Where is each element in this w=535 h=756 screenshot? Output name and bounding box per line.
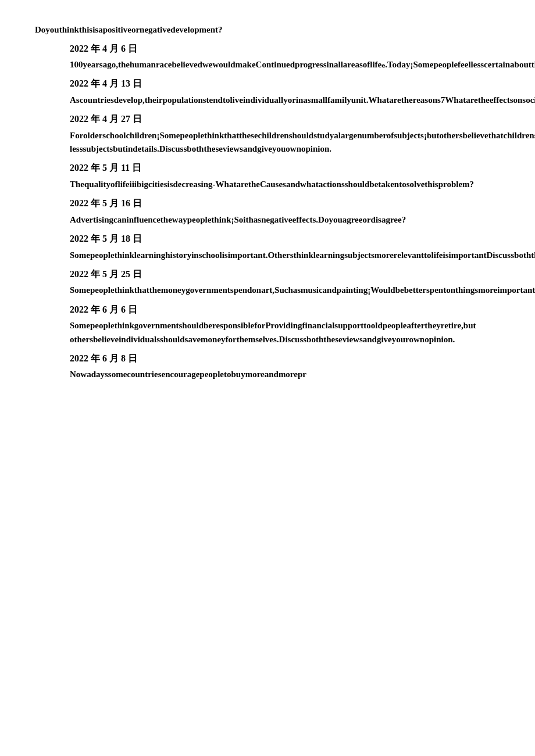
entry-5: 2022 年 5 月 18 日Somepeoplethinklearninghi… bbox=[35, 231, 500, 262]
entry-2: 2022 年 4 月 27 日Forolderschoolchildren¡So… bbox=[35, 112, 500, 156]
entry-content-4: Advertisingcaninfluencethewaypeoplethink… bbox=[70, 213, 500, 227]
entry-date-8: 2022 年 6 月 8 日 bbox=[70, 351, 500, 366]
entry-content-6: Somepeoplethinkthatthemoneygovernmentspe… bbox=[70, 284, 500, 297]
header-question: Doyouthinkthisisapositiveornegativedevel… bbox=[35, 23, 500, 37]
entry-3: 2022 年 5 月 11 日Thequalityoflifeiiibigcit… bbox=[35, 160, 500, 191]
entry-content-7: Somepeoplethinkgovernmentshouldberespons… bbox=[70, 319, 500, 346]
entries-list: 2022 年 4 月 6 日100yearsago,thehumanracebe… bbox=[35, 41, 500, 382]
entry-date-5: 2022 年 5 月 18 日 bbox=[70, 231, 500, 246]
entry-date-7: 2022 年 6 月 6 日 bbox=[70, 302, 500, 317]
entry-date-6: 2022 年 5 月 25 日 bbox=[70, 267, 500, 282]
entry-content-3: Thequalityoflifeiiibigcitiesisdecreasing… bbox=[70, 178, 500, 191]
entry-6: 2022 年 5 月 25 日Somepeoplethinkthatthemon… bbox=[35, 267, 500, 298]
entry-content-8: Nowadayssomecountriesencouragepeopletobu… bbox=[70, 368, 500, 381]
entry-date-1: 2022 年 4 月 13 日 bbox=[70, 76, 500, 91]
entry-0: 2022 年 4 月 6 日100yearsago,thehumanracebe… bbox=[35, 41, 500, 72]
entry-date-2: 2022 年 4 月 27 日 bbox=[70, 112, 500, 127]
entry-content-0: 100yearsago,thehumanracebelievedwewouldm… bbox=[70, 58, 500, 71]
entry-4: 2022 年 5 月 16 日Advertisingcaninfluenceth… bbox=[35, 196, 500, 227]
entry-7: 2022 年 6 月 6 日Somepeoplethinkgovernments… bbox=[35, 302, 500, 346]
entry-date-3: 2022 年 5 月 11 日 bbox=[70, 160, 500, 175]
entry-content-2: Forolderschoolchildren¡Somepeoplethinkth… bbox=[70, 129, 500, 156]
page-container: Doyouthinkthisisapositiveornegativedevel… bbox=[35, 23, 500, 382]
entry-8: 2022 年 6 月 8 日Nowadayssomecountriesencou… bbox=[35, 351, 500, 382]
entry-date-0: 2022 年 4 月 6 日 bbox=[70, 41, 500, 56]
entry-1: 2022 年 4 月 13 日Ascountriesdevelop,theirp… bbox=[35, 76, 500, 107]
entry-date-4: 2022 年 5 月 16 日 bbox=[70, 196, 500, 211]
entry-content-1: Ascountriesdevelop,theirpopulationstendt… bbox=[70, 94, 500, 107]
entry-content-5: Somepeoplethinklearninghistoryinschoolis… bbox=[70, 249, 500, 262]
